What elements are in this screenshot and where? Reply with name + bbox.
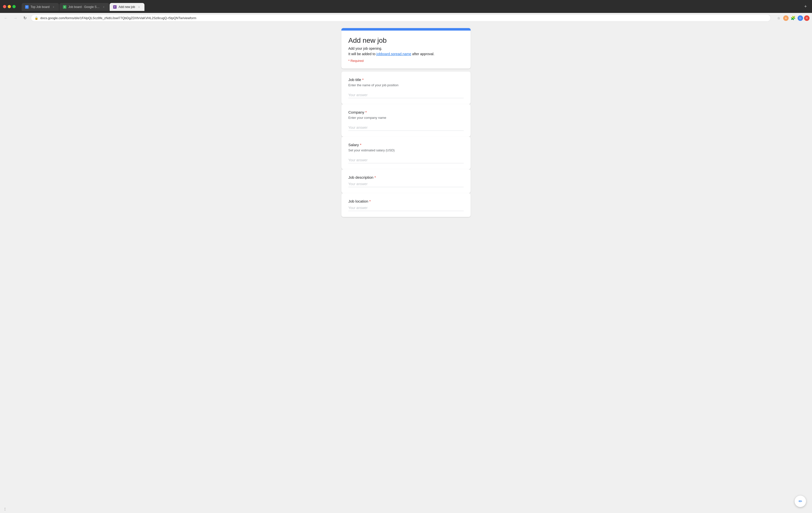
required-star-job-title: * (361, 78, 364, 82)
url-text: docs.google.com/forms/d/e/1FAlpQLScz8fe_… (40, 16, 196, 20)
forward-button[interactable]: → (12, 15, 19, 22)
tab-tab-3[interactable]: FAdd new job× (110, 3, 144, 11)
required-star-job-location: * (368, 199, 371, 203)
required-star-job-description: * (373, 175, 376, 179)
browser-actions: ☆ A 🧩 G R (775, 15, 810, 22)
new-tab-button[interactable]: + (802, 3, 809, 10)
question-help-salary: Set your estimated salary (USD) (348, 148, 464, 152)
tab-label-tab-3: Add new job (119, 5, 135, 9)
question-label-job-title: Job title * (348, 78, 464, 82)
edit-icon: ✏ (799, 499, 802, 504)
answer-input-job-description[interactable] (348, 181, 464, 187)
answer-input-salary[interactable] (348, 157, 464, 163)
tab-favicon-tab-3: F (113, 5, 117, 9)
tab-label-tab-1: Top Job board (31, 5, 50, 9)
question-label-company: Company * (348, 110, 464, 114)
profile-button[interactable]: A (783, 16, 789, 21)
question-label-salary: Salary * (348, 143, 464, 147)
question-label-job-description: Job description * (348, 175, 464, 179)
bookmark-button[interactable]: ☆ (775, 15, 782, 22)
question-card-job-location: Job location * (341, 193, 471, 217)
form-container: Add new job Add your job opening. It wil… (341, 28, 471, 217)
profile2-button[interactable]: G (798, 16, 803, 21)
close-button[interactable] (3, 5, 6, 8)
minimize-button[interactable] (8, 5, 11, 8)
tab-close-tab-2[interactable]: × (102, 5, 106, 9)
status-bar[interactable]: ⋮ (0, 505, 10, 513)
tab-favicon-tab-1: T (25, 5, 29, 9)
fields-container: Job title *Enter the name of your job po… (341, 71, 471, 217)
menu-icon: ⋮ (3, 507, 6, 511)
form-link-line: It will be added to jobboard.spread.name… (348, 52, 464, 56)
question-help-company: Enter your company name (348, 116, 464, 120)
title-bar: TTop Job board×SJob board · Google Sheet… (0, 0, 812, 13)
tab-close-tab-1[interactable]: × (52, 5, 55, 9)
answer-input-company[interactable] (348, 124, 464, 131)
profile3-button[interactable]: R (804, 16, 810, 21)
url-bar[interactable]: 🔒 docs.google.com/forms/d/e/1FAlpQLScz8f… (31, 14, 771, 22)
form-title: Add new job (348, 36, 464, 44)
question-card-salary: Salary *Set your estimated salary (USD) (341, 137, 471, 169)
required-star-company: * (364, 110, 367, 114)
tab-favicon-tab-2: S (63, 5, 66, 9)
refresh-button[interactable]: ↻ (21, 15, 28, 22)
question-card-job-description: Job description * (341, 169, 471, 193)
answer-input-job-location[interactable] (348, 205, 464, 211)
tab-close-tab-3[interactable]: × (137, 5, 141, 9)
question-card-company: Company *Enter your company name (341, 104, 471, 137)
tab-label-tab-2: Job board · Google Sheets (68, 5, 100, 9)
tabs-bar: TTop Job board×SJob board · Google Sheet… (20, 3, 800, 11)
tab-tab-2[interactable]: SJob board · Google Sheets× (59, 3, 109, 11)
required-star-salary: * (359, 143, 361, 147)
form-link[interactable]: jobboard.spread.name (376, 52, 411, 56)
question-help-job-title: Enter the name of your job position (348, 83, 464, 87)
lock-icon: 🔒 (34, 17, 38, 20)
required-note: * Required (348, 59, 464, 63)
header-card: Add new job Add your job opening. It wil… (341, 28, 471, 69)
question-label-job-location: Job location * (348, 199, 464, 203)
floating-edit-button[interactable]: ✏ (794, 495, 806, 507)
answer-input-job-title[interactable] (348, 92, 464, 98)
address-bar: ← → ↻ 🔒 docs.google.com/forms/d/e/1FAlpQ… (0, 13, 812, 23)
link-suffix: after approval. (411, 52, 434, 56)
tab-tab-1[interactable]: TTop Job board× (22, 3, 59, 11)
page-content: Add new job Add your job opening. It wil… (0, 23, 812, 513)
extensions-button[interactable]: 🧩 (790, 15, 796, 22)
maximize-button[interactable] (12, 5, 16, 8)
window-controls (3, 5, 16, 8)
form-description: Add your job opening. (348, 47, 464, 51)
link-prefix: It will be added to (348, 52, 376, 56)
question-card-job-title: Job title *Enter the name of your job po… (341, 71, 471, 104)
browser-chrome: TTop Job board×SJob board · Google Sheet… (0, 0, 812, 23)
back-button[interactable]: ← (2, 15, 9, 22)
